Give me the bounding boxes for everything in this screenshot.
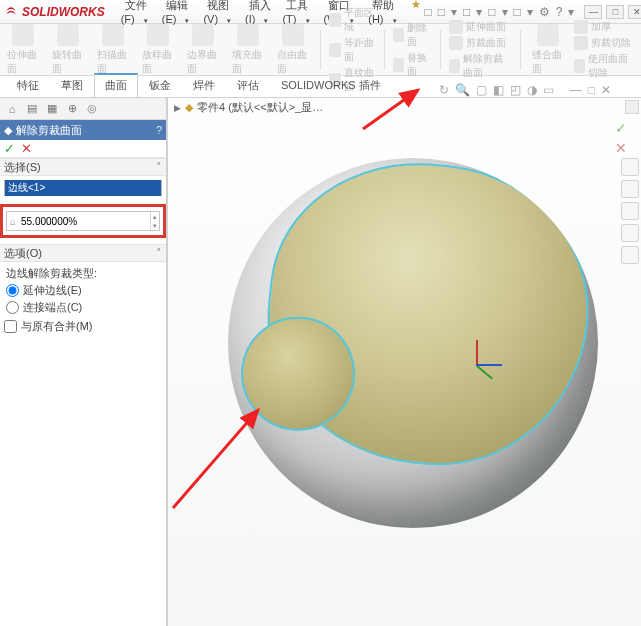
tab-sketch[interactable]: 草图 xyxy=(50,74,94,97)
cmd-extend-surface[interactable]: 延伸曲面 xyxy=(449,20,512,34)
cmd-extrude-surface[interactable]: 拉伸曲面 xyxy=(4,22,43,78)
cmd-replace-face[interactable]: 替换面 xyxy=(393,51,432,79)
view-scene-icon[interactable]: ◑ xyxy=(527,83,537,97)
cmd-cut-with-surface[interactable]: 使用曲面切除 xyxy=(574,52,637,80)
pm-opt-type-label: 边线解除剪裁类型: xyxy=(6,266,160,281)
spin-up-button[interactable]: ▴ xyxy=(150,212,159,221)
pm-percent-input[interactable] xyxy=(19,216,150,227)
pm-config-icon[interactable]: ▤ xyxy=(24,101,40,117)
qat-options-icon[interactable]: ⚙ xyxy=(539,5,550,19)
qat-open-icon[interactable]: □ xyxy=(438,5,445,19)
collapse-icon[interactable]: ˄ xyxy=(156,247,162,260)
cmd-fill-surface[interactable]: 填充曲面 xyxy=(229,22,268,78)
cmd-offset-surface[interactable]: 等距曲面 xyxy=(329,36,376,64)
qat-caret-icon[interactable]: ▾ xyxy=(527,5,533,19)
ribbon-group-face: 删除面 替换面 xyxy=(393,21,432,79)
win-min-button[interactable]: — xyxy=(584,5,602,19)
qat-caret-icon[interactable]: ▾ xyxy=(451,5,457,19)
pm-selection-list[interactable]: 边线<1> xyxy=(4,180,162,196)
qat-print-icon[interactable]: □ xyxy=(488,5,495,19)
feature-tree-flyout[interactable]: ▶ ◆ 零件4 (默认<<默认>_显… xyxy=(174,100,323,115)
qat-save-icon[interactable]: □ xyxy=(463,5,470,19)
cmd-planar-region[interactable]: 平面区域 xyxy=(329,6,376,34)
cmd-loft-surface[interactable]: 放样曲面 xyxy=(139,22,178,78)
tab-features[interactable]: 特征 xyxy=(6,74,50,97)
rt-home-icon[interactable] xyxy=(621,158,639,176)
tab-addins[interactable]: SOLIDWORKS 插件 xyxy=(270,74,392,97)
pm-check-merge[interactable]: 与原有合并(M) xyxy=(4,319,160,334)
pm-radio-connect[interactable]: 连接端点(C) xyxy=(6,300,160,315)
pm-selected-edge[interactable]: 边线<1> xyxy=(5,180,161,196)
app-brand: SOLIDWORKS xyxy=(22,5,105,19)
view-display-icon[interactable]: ◰ xyxy=(510,83,521,97)
view-zoom-icon[interactable]: 🔍 xyxy=(455,83,470,97)
qat-caret-icon[interactable]: ▾ xyxy=(502,5,508,19)
pm-sensor-icon[interactable]: ◎ xyxy=(84,101,100,117)
pm-help-icon[interactable]: ? xyxy=(156,124,162,136)
cmd-knit-surface[interactable]: 缝合曲面 xyxy=(529,22,568,78)
untrim-preview-surface xyxy=(253,158,598,480)
rt-custom-icon[interactable] xyxy=(621,246,639,264)
vp-reject-icon[interactable]: ✕ xyxy=(615,140,627,156)
doc-max-button[interactable]: □ xyxy=(588,83,595,97)
cmd-boundary-surface[interactable]: 边界曲面 xyxy=(184,22,223,78)
pm-percent-spinner[interactable]: ⌂ ▴ ▾ xyxy=(6,211,160,231)
qat-caret-icon[interactable]: ▾ xyxy=(476,5,482,19)
cmd-revolve-surface[interactable]: 旋转曲面 xyxy=(49,22,88,78)
right-toolbar xyxy=(621,158,639,264)
win-close-button[interactable]: ✕ xyxy=(628,5,641,19)
spin-down-button[interactable]: ▾ xyxy=(150,221,159,230)
cmd-delete-face[interactable]: 删除面 xyxy=(393,21,432,49)
qat-help-icon[interactable]: ? xyxy=(556,5,563,19)
pm-display-icon[interactable]: ▦ xyxy=(44,101,60,117)
qat-new-icon[interactable]: □ xyxy=(425,5,432,19)
qat-caret-icon[interactable]: ▾ xyxy=(568,5,574,19)
tab-surface[interactable]: 曲面 xyxy=(94,73,138,97)
pm-target-icon[interactable]: ⊕ xyxy=(64,101,80,117)
tab-weldment[interactable]: 焊件 xyxy=(182,74,226,97)
rt-appearance-icon[interactable] xyxy=(621,180,639,198)
view-box-icon[interactable]: ▢ xyxy=(476,83,487,97)
app-logo: SOLIDWORKS xyxy=(4,5,105,19)
view-toolbar: ↻ 🔍 ▢ ◧ ◰ ◑ ▭ — □ ✕ xyxy=(439,83,641,97)
cmd-untrim-surface[interactable]: 解除剪裁曲面 xyxy=(449,52,512,80)
tree-expand-icon[interactable]: ▶ xyxy=(174,103,181,113)
pm-title: 解除剪裁曲面 xyxy=(16,123,82,138)
pm-group-select[interactable]: 选择(S) ˄ xyxy=(0,158,166,176)
cmd-trim-surface[interactable]: 剪裁曲面 xyxy=(449,36,512,50)
property-manager: ⌂ ▤ ▦ ⊕ ◎ ◆ 解除剪裁曲面 ? ✓ ✕ 选择(S) ˄ 边线<1> ⌂ xyxy=(0,98,168,626)
rt-decal-icon[interactable] xyxy=(621,202,639,220)
cmd-sweep-surface[interactable]: 扫描曲面 xyxy=(94,22,133,78)
model-sphere[interactable] xyxy=(228,158,598,528)
view-orient-icon[interactable]: ◧ xyxy=(493,83,504,97)
view-hide-icon[interactable]: ▭ xyxy=(543,83,554,97)
pm-group-options[interactable]: 选项(O) ˄ xyxy=(0,244,166,262)
vp-accept-icon[interactable]: ✓ xyxy=(615,120,627,136)
pm-ok-button[interactable]: ✓ xyxy=(4,141,15,156)
vp-btn[interactable] xyxy=(625,100,639,114)
qat-undo-icon[interactable]: □ xyxy=(514,5,521,19)
window-buttons: — □ ✕ xyxy=(584,5,641,19)
win-max-button[interactable]: □ xyxy=(606,5,624,19)
cmd-trim-cut[interactable]: 剪裁切除 xyxy=(574,36,637,50)
ribbon-group-trim: 延伸曲面 剪裁曲面 解除剪裁曲面 xyxy=(449,20,512,80)
pm-radio-extend[interactable]: 延伸边线(E) xyxy=(6,283,160,298)
pm-feature-icon: ◆ xyxy=(4,124,12,137)
doc-close-button[interactable]: ✕ xyxy=(601,83,611,97)
pm-group-options-label: 选项(O) xyxy=(4,246,42,261)
cmd-freeform-surface[interactable]: 自由曲面 xyxy=(274,22,313,78)
pm-group-select-label: 选择(S) xyxy=(4,160,41,175)
tab-sheetmetal[interactable]: 钣金 xyxy=(138,74,182,97)
collapse-icon[interactable]: ˄ xyxy=(156,161,162,174)
command-tabs: 特征 草图 曲面 钣金 焊件 评估 SOLIDWORKS 插件 ↻ 🔍 ▢ ◧ … xyxy=(0,76,641,98)
cmd-thicken[interactable]: 加厚 xyxy=(574,20,637,34)
pm-cancel-button[interactable]: ✕ xyxy=(21,141,32,156)
tab-evaluate[interactable]: 评估 xyxy=(226,74,270,97)
rt-scene-icon[interactable] xyxy=(621,224,639,242)
main-area: ⌂ ▤ ▦ ⊕ ◎ ◆ 解除剪裁曲面 ? ✓ ✕ 选择(S) ˄ 边线<1> ⌂ xyxy=(0,98,641,626)
view-rotate-icon[interactable]: ↻ xyxy=(439,83,449,97)
ribbon-group-thicken: 加厚 剪裁切除 使用曲面切除 xyxy=(574,20,637,80)
pm-tree-icon[interactable]: ⌂ xyxy=(4,101,20,117)
doc-min-button[interactable]: — xyxy=(570,83,582,97)
graphics-viewport[interactable]: ▶ ◆ 零件4 (默认<<默认>_显… ✓ ✕ xyxy=(168,98,641,626)
